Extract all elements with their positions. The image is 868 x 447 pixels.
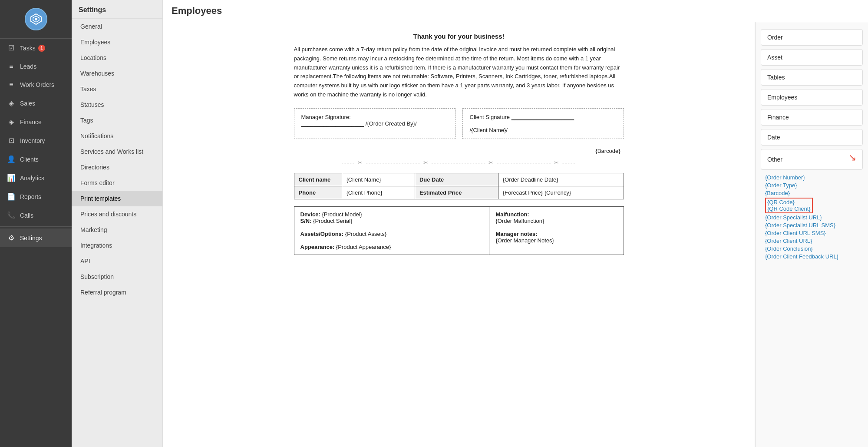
settings-item-services[interactable]: Services and Works list — [72, 144, 162, 159]
panel-asset-header[interactable]: Asset — [761, 49, 863, 66]
arrow-right-icon: ↘ — [848, 152, 856, 163]
settings-item-locations[interactable]: Locations — [72, 50, 162, 66]
settings-item-general[interactable]: General — [72, 19, 162, 34]
settings-item-marketing[interactable]: Marketing — [72, 222, 162, 238]
panel-order-header[interactable]: Order — [761, 29, 863, 46]
settings-item-prices[interactable]: Prices and discounts — [72, 206, 162, 222]
work-orders-icon: ≡ — [7, 81, 16, 89]
link-qr-code[interactable]: {QR Code} — [767, 199, 811, 205]
nav-work-orders[interactable]: ≡ Work Orders — [0, 76, 72, 94]
link-order-type[interactable]: {Order Type} — [765, 182, 858, 189]
link-order-specialist-url[interactable]: {Order Specialist URL} — [765, 214, 858, 221]
device-label: Device: — [300, 211, 320, 218]
nav-analytics-label: Analytics — [20, 175, 44, 182]
settings-item-integrations[interactable]: Integrations — [72, 238, 162, 253]
top-bar: Employees — [163, 0, 868, 22]
nav-inventory-label: Inventory — [20, 137, 45, 144]
settings-item-api[interactable]: API — [72, 253, 162, 269]
client-sig-label: Client Signature — [470, 114, 510, 120]
panel-section-date: Date — [761, 129, 863, 146]
link-order-number[interactable]: {Order Number} — [765, 174, 858, 181]
link-order-specialist-url-sms[interactable]: {Order Specialist URL SMS} — [765, 222, 858, 228]
panel-finance-header[interactable]: Finance — [761, 109, 863, 126]
nav-tasks[interactable]: ☑ Tasks 1 — [0, 39, 72, 57]
main-content: Employees Thank you for your business! A… — [163, 0, 868, 447]
panel-tables-header[interactable]: Tables — [761, 69, 863, 86]
scissors-divider: ----- ✂ -------------------- ✂ ---------… — [294, 159, 624, 166]
panel-other-header[interactable]: Other ↘ — [761, 149, 863, 170]
analytics-icon: 📊 — [7, 174, 16, 182]
barcode-var: {Barcode} — [595, 148, 620, 154]
manager-signature-box: Manager Signature: ____________________ … — [294, 108, 455, 139]
settings-item-tags[interactable]: Tags — [72, 113, 162, 128]
tasks-icon: ☑ — [7, 44, 16, 52]
assets-label: Assets/Options: — [300, 231, 344, 237]
settings-item-notifications[interactable]: Notifications — [72, 128, 162, 144]
page-title: Employees — [172, 5, 222, 17]
sales-icon: ◈ — [7, 99, 16, 107]
nav-leads-label: Leads — [20, 63, 36, 70]
nav-clients[interactable]: 👤 Clients — [0, 150, 72, 169]
nav-finance[interactable]: ◈ Finance — [0, 113, 72, 131]
reports-icon: 📄 — [7, 192, 16, 201]
panel-section-employees: Employees — [761, 89, 863, 106]
nav-leads[interactable]: ≡ Leads — [0, 57, 72, 76]
other-links-container: {Order Number} {Order Type} {Barcode} {Q… — [761, 172, 863, 264]
settings-item-warehouses[interactable]: Warehouses — [72, 66, 162, 81]
logo-area — [0, 0, 72, 39]
client-name-label: Client name — [294, 173, 342, 186]
settings-item-referral[interactable]: Referral program — [72, 285, 162, 300]
client-sig-var: /{Client Name}/ — [470, 127, 508, 133]
link-order-conclusion[interactable]: {Order Conclusion} — [765, 245, 858, 252]
device-info-table: Device: {Product Model} S/N: {Product Se… — [294, 206, 624, 255]
settings-icon: ⚙ — [7, 234, 16, 242]
link-barcode[interactable]: {Barcode} — [765, 190, 858, 196]
return-policy-text: All purchases come with a 7-day return p… — [294, 45, 624, 99]
panel-section-tables: Tables — [761, 69, 863, 86]
nav-settings-label: Settings — [20, 235, 42, 242]
client-name-value: {Client Name} — [342, 173, 415, 186]
link-order-client-feedback-url[interactable]: {Order Client Feedback URL} — [765, 253, 858, 260]
panel-section-other: Other ↘ {Order Number} {Order Type} {Bar… — [761, 149, 863, 264]
inventory-icon: ⊡ — [7, 136, 16, 145]
nav-clients-label: Clients — [20, 156, 39, 163]
panel-date-header[interactable]: Date — [761, 129, 863, 146]
settings-navigation: Settings General Employees Locations War… — [72, 0, 163, 447]
settings-item-subscription[interactable]: Subscription — [72, 269, 162, 285]
malfunction-label: Malfunction: — [495, 211, 529, 218]
device-info-cell: Device: {Product Model} S/N: {Product Se… — [294, 206, 489, 255]
settings-item-print-templates[interactable]: Print templates — [72, 191, 162, 206]
due-date-value: {Order Deadline Date} — [498, 173, 624, 186]
nav-inventory[interactable]: ⊡ Inventory — [0, 131, 72, 150]
nav-sales[interactable]: ◈ Sales — [0, 94, 72, 113]
nav-analytics[interactable]: 📊 Analytics — [0, 169, 72, 187]
settings-item-employees[interactable]: Employees — [72, 34, 162, 50]
manager-notes-label: Manager notes: — [495, 231, 537, 237]
other-label: Other — [767, 156, 782, 163]
qr-code-highlight-box: {QR Code} {QR Code Client} — [765, 198, 813, 213]
nav-reports[interactable]: 📄 Reports — [0, 187, 72, 206]
template-preview: Thank you for your business! All purchas… — [163, 22, 755, 447]
link-order-client-url[interactable]: {Order Client URL} — [765, 238, 858, 244]
right-panel: Order Asset Tables Employees Finance Dat… — [755, 22, 868, 447]
settings-item-forms-editor[interactable]: Forms editor — [72, 175, 162, 191]
estimated-price-value: {Forecast Price} {Currency} — [498, 186, 624, 199]
link-qr-code-client[interactable]: {QR Code Client} — [767, 205, 811, 212]
nav-sales-label: Sales — [20, 100, 35, 107]
nav-settings[interactable]: ⚙ Settings — [0, 228, 72, 247]
sn-label: S/N: — [300, 218, 312, 224]
nav-tasks-label: Tasks — [20, 45, 36, 52]
estimated-price-label: Estimated Price — [415, 186, 498, 199]
settings-item-directories[interactable]: Directories — [72, 159, 162, 175]
settings-item-statuses[interactable]: Statuses — [72, 97, 162, 113]
nav-finance-label: Finance — [20, 119, 42, 126]
panel-employees-header[interactable]: Employees — [761, 89, 863, 106]
phone-value: {Client Phone} — [342, 186, 415, 199]
client-signature-box: Client Signature ____________________ /{… — [462, 108, 624, 139]
settings-item-taxes[interactable]: Taxes — [72, 81, 162, 97]
due-date-label: Due Date — [415, 173, 498, 186]
nav-calls[interactable]: 📞 Calls — [0, 206, 72, 225]
malfunction-cell: Malfunction: {Order Malfunction} Manager… — [489, 206, 624, 255]
link-order-client-url-sms[interactable]: {Order Client URL SMS} — [765, 230, 858, 236]
panel-section-finance: Finance — [761, 109, 863, 126]
